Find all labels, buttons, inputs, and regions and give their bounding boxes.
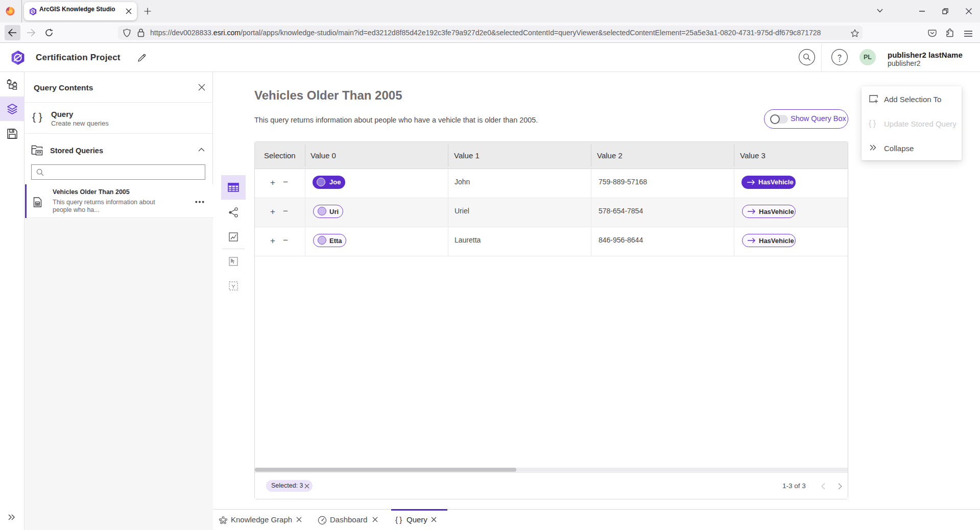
svg-text:?: ? xyxy=(838,53,842,61)
